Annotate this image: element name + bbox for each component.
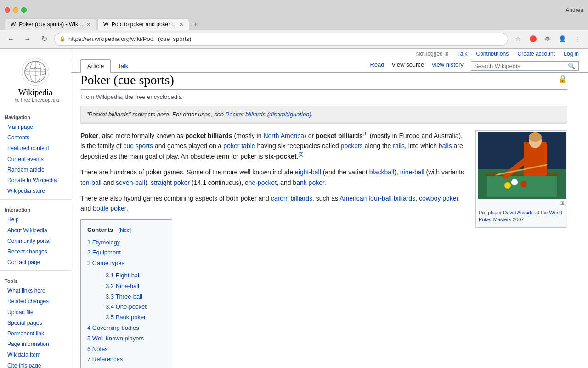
contents-link-3-3[interactable]: 3.3 Three-ball	[106, 293, 142, 300]
contents-link-7[interactable]: 7 References	[87, 356, 123, 362]
content-tab-actions: Read View source View history 🔍	[370, 61, 579, 71]
blackball-link[interactable]: blackball	[369, 168, 394, 176]
extensions-button[interactable]: 🔴	[526, 33, 539, 46]
four-ball-link[interactable]: American four-ball billiards	[339, 195, 415, 202]
sidebar-item-contents[interactable]: Contents	[0, 132, 71, 143]
close-button[interactable]	[5, 7, 10, 13]
contents-link-3-5[interactable]: 3.5 Bank poker	[106, 314, 146, 321]
back-button[interactable]: ←	[5, 33, 17, 46]
sidebar-item-main-page[interactable]: Main page	[0, 122, 71, 132]
view-source-link[interactable]: View source	[392, 61, 424, 71]
contents-link-3-2[interactable]: 3.2 Nine-ball	[106, 282, 139, 289]
traffic-lights	[5, 7, 27, 13]
bookmark-button[interactable]: ☆	[512, 33, 525, 46]
sidebar: Ω Wikipedia The Free Encyclopedia Naviga…	[0, 49, 71, 368]
ten-ball-link[interactable]: ten-ball	[80, 179, 102, 186]
cowboy-link[interactable]: cowboy poker	[419, 195, 458, 202]
tab-2[interactable]: W Pool to poker and poker to po... ✕	[97, 18, 189, 30]
contents-hide-button[interactable]: [hide]	[119, 227, 131, 233]
contents-item-6: 6 Notes	[87, 345, 165, 354]
tab-favicon-1: W	[11, 21, 16, 28]
refresh-button[interactable]: ↻	[38, 33, 51, 46]
contents-item-4: 4 Governing bodies	[87, 323, 165, 333]
seven-ball-link[interactable]: seven-ball	[116, 179, 145, 186]
sidebar-item-help[interactable]: Help	[0, 214, 71, 225]
contents-link-6[interactable]: 6 Notes	[87, 345, 108, 352]
sidebar-item-about[interactable]: About Wikipedia	[0, 225, 71, 236]
disambig-link[interactable]: Pocket billiards (disambiguation)	[226, 111, 311, 118]
rails-link[interactable]: rails	[393, 142, 405, 150]
contents-link-3-1[interactable]: 3.1 Eight-ball	[106, 272, 141, 279]
one-pocket-link[interactable]: one-pocket	[245, 179, 277, 186]
sidebar-item-store[interactable]: Wikipedia store	[0, 186, 71, 196]
eight-ball-link[interactable]: eight-ball	[295, 168, 321, 176]
sidebar-nav-title: Navigation	[0, 113, 71, 122]
sidebar-item-upload[interactable]: Upload file	[0, 307, 71, 318]
sidebar-item-featured[interactable]: Featured content	[0, 143, 71, 154]
sidebar-item-recent-changes[interactable]: Recent changes	[0, 247, 71, 257]
tab-close-2[interactable]: ✕	[179, 22, 183, 28]
contents-item-3-2: 3.2 Nine-ball	[96, 282, 165, 291]
contributions-link[interactable]: Contributions	[476, 51, 509, 57]
contents-item-3-4: 3.4 One-pocket	[96, 302, 165, 312]
sidebar-item-what-links[interactable]: What links here	[0, 286, 71, 296]
sidebar-interaction-title: Interaction	[0, 205, 71, 214]
sidebar-item-cite[interactable]: Cite this page	[0, 361, 71, 368]
sidebar-item-donate[interactable]: Donate to Wikipedia	[0, 175, 71, 186]
article-subtitle: From Wikipedia, the free encyclopedia	[80, 93, 567, 100]
image-box: ⊞ Pro player David Alcaide at the World …	[475, 130, 567, 228]
contents-link-3-4[interactable]: 3.4 One-pocket	[106, 303, 147, 310]
search-box-container: 🔍	[471, 61, 579, 71]
sidebar-item-related-changes[interactable]: Related changes	[0, 296, 71, 307]
pockets-link[interactable]: pockets	[341, 142, 363, 150]
contents-item-3-3: 3.3 Three-ball	[96, 292, 165, 302]
nine-ball-link[interactable]: nine-ball	[400, 168, 424, 176]
sidebar-item-contact[interactable]: Contact page	[0, 257, 71, 268]
maximize-button[interactable]	[21, 7, 27, 13]
contents-link-2[interactable]: 2 Equipment	[87, 249, 121, 256]
contents-link-4[interactable]: 4 Governing bodies	[87, 324, 139, 331]
poker-table-link[interactable]: poker table	[223, 142, 255, 150]
balls-link[interactable]: balls	[439, 142, 452, 150]
tab-1[interactable]: W Poker (cue sports) - Wikipedia ✕	[5, 18, 96, 30]
search-button[interactable]: 🔍	[568, 63, 576, 69]
north-america-link[interactable]: North America	[263, 132, 304, 139]
sidebar-item-permanent[interactable]: Permanent link	[0, 328, 71, 339]
straight-poker-link[interactable]: straight poker	[151, 179, 190, 186]
search-input[interactable]	[474, 63, 566, 69]
contents-link-1[interactable]: 1 Etymology	[87, 239, 120, 246]
lock-icon: 🔒	[558, 75, 567, 83]
minimize-button[interactable]	[13, 7, 18, 13]
sidebar-item-community[interactable]: Community portal	[0, 236, 71, 247]
browser-chrome: Andrea W Poker (cue sports) - Wikipedia …	[0, 0, 588, 49]
bank-poker-link[interactable]: bank poker	[293, 179, 324, 186]
log-in-link[interactable]: Log in	[564, 51, 579, 57]
contents-link-5[interactable]: 5 Well-known players	[87, 335, 144, 342]
more-button[interactable]: ⋮	[571, 33, 583, 46]
view-history-link[interactable]: View history	[431, 61, 464, 71]
profile-button[interactable]: 👤	[556, 33, 569, 46]
new-tab-button[interactable]: +	[190, 19, 201, 30]
article-image	[478, 132, 566, 199]
sidebar-item-current-events[interactable]: Current events	[0, 154, 71, 165]
tab-talk[interactable]: Talk	[111, 59, 135, 73]
shield-icon[interactable]: ⚙	[541, 33, 554, 46]
sidebar-item-random[interactable]: Random article	[0, 165, 71, 175]
tab-close-1[interactable]: ✕	[86, 22, 90, 28]
sidebar-item-wikidata[interactable]: Wikidata item	[0, 350, 71, 360]
alcaide-link[interactable]: David Alcaide	[503, 210, 534, 215]
contents-box: Contents [hide] 1 Etymology 2 Equipment …	[80, 219, 172, 368]
contents-link-3[interactable]: 3 Game types	[87, 259, 124, 266]
forward-button[interactable]: →	[21, 33, 34, 46]
sidebar-item-page-info[interactable]: Page information	[0, 339, 71, 350]
cue-sports-link[interactable]: cue sports	[123, 142, 153, 150]
bottle-link[interactable]: bottle poker	[93, 205, 126, 212]
address-bar[interactable]: 🔒 https://en.wikipedia.org/wiki/Pool_(cu…	[54, 33, 508, 46]
talk-link[interactable]: Talk	[458, 51, 467, 57]
sidebar-item-special[interactable]: Special pages	[0, 318, 71, 328]
image-enlarge-icon[interactable]: ⊞	[478, 199, 565, 207]
tab-article[interactable]: Article	[80, 59, 111, 73]
carom-link[interactable]: carom billiards	[271, 195, 312, 202]
create-account-link[interactable]: Create account	[518, 51, 555, 57]
read-link[interactable]: Read	[370, 61, 384, 71]
